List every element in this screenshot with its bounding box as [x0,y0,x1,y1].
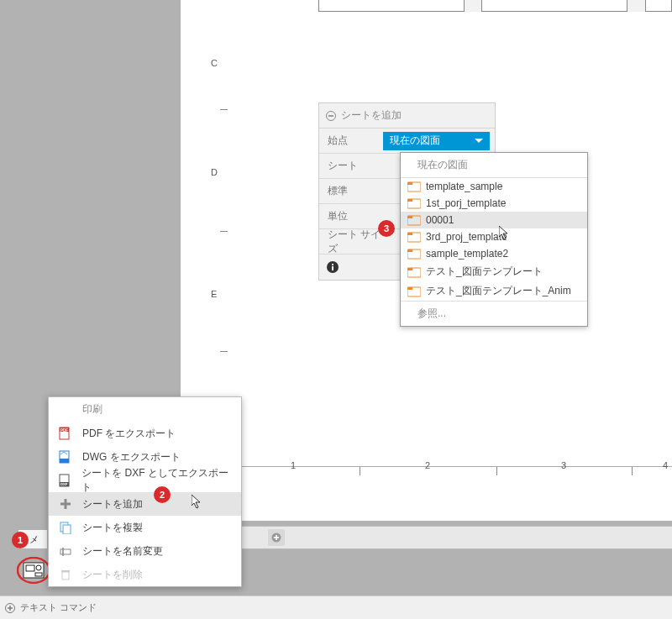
label-origin: 始点 [319,134,383,148]
ctx-label: シートを削除 [82,568,143,582]
dropdown-item[interactable]: 3rd_proj_template [401,228,587,245]
info-icon [326,260,339,274]
template-icon [407,248,421,260]
ctx-label: シートを追加 [82,497,143,511]
dropdown-item[interactable]: テスト_図面テンプレート_Anim [401,281,587,301]
svg-rect-37 [274,537,279,538]
label-standard: 標準 [319,184,383,198]
svg-rect-31 [60,549,71,554]
ctx-label: DWG をエクスポート [82,450,181,464]
template-icon [407,197,421,209]
origin-selected-value: 現在の図面 [390,134,440,148]
dropdown-head[interactable]: 現在の図面 [401,153,587,178]
canvas-top-cell [481,0,627,12]
ctx-head-print: 印刷 [49,397,241,422]
panel-title: シートを追加 [341,108,402,123]
dropdown-item[interactable]: template_sample [401,178,587,195]
sheet-thumbnail-button[interactable] [17,557,50,584]
collapse-icon [326,111,336,121]
col-label-2: 2 [425,460,430,470]
template-icon [407,266,421,278]
origin-dropdown: 現在の図面 template_sample 1st_porj_template … [400,152,588,327]
canvas-top-cell [645,0,672,12]
status-bar: テキスト コマンド [0,595,672,619]
row-tick [220,351,228,352]
annotation-badge-1: 1 [12,532,29,548]
template-icon [407,231,421,243]
duplicate-icon [57,521,74,534]
svg-rect-18 [407,287,412,290]
ctx-export-dxf[interactable]: DXF シートを DXF としてエクスポート [49,469,241,492]
chevron-down-icon [475,139,483,143]
dropdown-item-label: 00001 [426,214,454,226]
dropdown-item[interactable]: テスト_図面テンプレート [401,262,587,281]
panel-row-origin: 始点 現在の図面 [319,129,495,154]
svg-rect-30 [63,525,71,534]
dropdown-item[interactable]: sample_template2 [401,245,587,262]
svg-rect-16 [407,268,412,270]
svg-rect-23 [60,459,69,463]
trash-icon [57,568,74,581]
col-tick [632,467,633,475]
svg-rect-33 [62,572,69,580]
dropdown-browse[interactable]: 参照... [401,301,587,326]
ctx-export-pdf[interactable]: PDF PDF をエクスポート [49,422,241,445]
ctx-label: シートを名前変更 [82,544,163,559]
svg-rect-3 [332,266,333,270]
ctx-delete-sheet: シートを削除 [49,563,241,586]
svg-text:PDF: PDF [60,428,68,433]
svg-rect-28 [60,503,71,506]
svg-rect-4 [332,264,333,265]
ctx-export-dwg[interactable]: DWG をエクスポート [49,445,241,469]
template-icon [407,286,421,297]
svg-text:DXF: DXF [60,482,68,486]
sheet-context-menu: 印刷 PDF PDF をエクスポート DWG をエクスポート DXF シートを … [48,396,242,587]
dropdown-item-label: テスト_図面テンプレート_Anim [426,284,571,298]
annotation-badge-3: 3 [378,220,395,237]
row-tick [220,109,228,110]
svg-rect-1 [328,115,333,117]
add-sheet-tab-button[interactable] [268,529,285,546]
dropdown-item-label: sample_template2 [426,248,508,260]
row-label-d: D [211,167,218,177]
origin-select[interactable]: 現在の図面 [383,132,490,150]
ctx-label: PDF をエクスポート [82,427,176,441]
ctx-duplicate-sheet[interactable]: シートを複製 [49,516,241,539]
row-tick [220,231,228,232]
col-label-4: 4 [663,460,668,470]
svg-rect-12 [407,233,412,235]
template-icon [407,214,421,226]
col-label-1: 1 [291,460,296,470]
template-icon [407,181,421,192]
status-text: テキスト コマンド [20,601,97,614]
label-sheet: シート [319,159,383,173]
dropdown-item-label: 3rd_proj_template [426,231,507,243]
row-label-e: E [211,289,217,299]
svg-rect-14 [407,249,412,252]
plus-circle-icon[interactable] [5,603,15,613]
ctx-rename-sheet[interactable]: シートを名前変更 [49,539,241,563]
dropdown-item-label: template_sample [426,181,502,192]
col-label-3: 3 [561,460,566,470]
svg-rect-8 [407,199,412,202]
svg-rect-34 [61,570,70,572]
label-unit: 単位 [319,209,383,223]
svg-rect-10 [407,216,412,218]
canvas-top-cell [318,0,465,12]
annotation-badge-2: 2 [154,486,171,503]
dropdown-item[interactable]: 1st_porj_template [401,195,587,212]
plus-icon [57,497,74,511]
dropdown-item[interactable]: 00001 [401,212,587,228]
svg-rect-6 [407,182,412,185]
row-label-c: C [211,58,218,68]
dwg-icon [57,449,74,464]
ctx-add-sheet[interactable]: シートを追加 [49,492,241,516]
dropdown-item-label: 1st_porj_template [426,197,506,209]
pdf-icon: PDF [57,426,74,441]
col-tick [360,467,360,475]
plus-icon [271,532,281,543]
svg-rect-45 [8,607,13,608]
dropdown-item-label: テスト_図面テンプレート [426,265,543,279]
panel-header[interactable]: シートを追加 [319,103,495,129]
ctx-label: シートを複製 [82,521,143,535]
